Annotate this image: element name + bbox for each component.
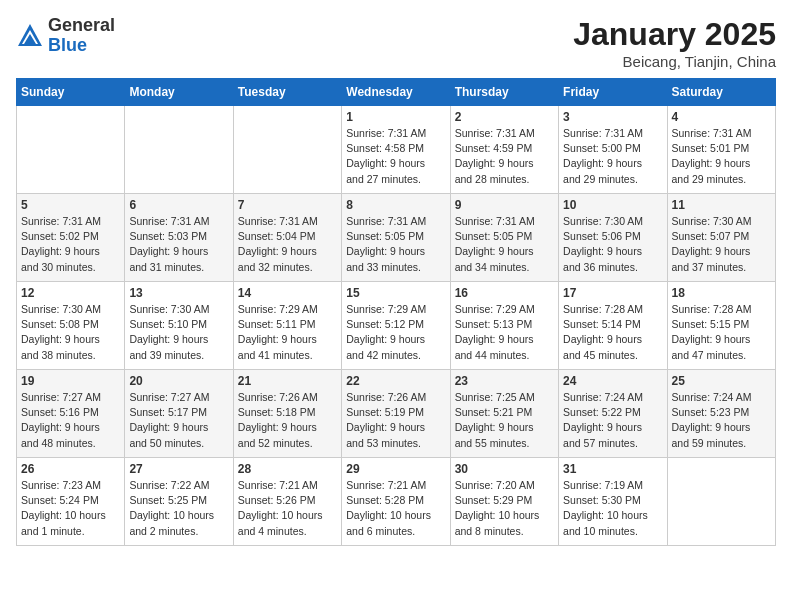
title-block: January 2025 Beicang, Tianjin, China xyxy=(573,16,776,70)
calendar-cell: 13Sunrise: 7:30 AM Sunset: 5:10 PM Dayli… xyxy=(125,282,233,370)
day-number: 6 xyxy=(129,198,228,212)
day-number: 5 xyxy=(21,198,120,212)
day-info: Sunrise: 7:31 AM Sunset: 5:03 PM Dayligh… xyxy=(129,214,228,275)
day-info: Sunrise: 7:30 AM Sunset: 5:08 PM Dayligh… xyxy=(21,302,120,363)
day-info: Sunrise: 7:31 AM Sunset: 5:05 PM Dayligh… xyxy=(455,214,554,275)
day-info: Sunrise: 7:24 AM Sunset: 5:23 PM Dayligh… xyxy=(672,390,771,451)
calendar-cell: 8Sunrise: 7:31 AM Sunset: 5:05 PM Daylig… xyxy=(342,194,450,282)
day-info: Sunrise: 7:30 AM Sunset: 5:10 PM Dayligh… xyxy=(129,302,228,363)
day-number: 4 xyxy=(672,110,771,124)
day-number: 27 xyxy=(129,462,228,476)
day-number: 20 xyxy=(129,374,228,388)
day-number: 9 xyxy=(455,198,554,212)
calendar-cell: 1Sunrise: 7:31 AM Sunset: 4:58 PM Daylig… xyxy=(342,106,450,194)
calendar-cell xyxy=(17,106,125,194)
day-number: 23 xyxy=(455,374,554,388)
col-header-monday: Monday xyxy=(125,79,233,106)
calendar-cell: 27Sunrise: 7:22 AM Sunset: 5:25 PM Dayli… xyxy=(125,458,233,546)
day-number: 25 xyxy=(672,374,771,388)
day-number: 28 xyxy=(238,462,337,476)
logo-icon xyxy=(16,22,44,50)
logo-general-text: General xyxy=(48,15,115,35)
calendar-cell: 14Sunrise: 7:29 AM Sunset: 5:11 PM Dayli… xyxy=(233,282,341,370)
col-header-sunday: Sunday xyxy=(17,79,125,106)
calendar-cell: 29Sunrise: 7:21 AM Sunset: 5:28 PM Dayli… xyxy=(342,458,450,546)
day-info: Sunrise: 7:23 AM Sunset: 5:24 PM Dayligh… xyxy=(21,478,120,539)
day-info: Sunrise: 7:22 AM Sunset: 5:25 PM Dayligh… xyxy=(129,478,228,539)
calendar-cell xyxy=(667,458,775,546)
day-number: 22 xyxy=(346,374,445,388)
col-header-friday: Friday xyxy=(559,79,667,106)
day-info: Sunrise: 7:29 AM Sunset: 5:11 PM Dayligh… xyxy=(238,302,337,363)
day-info: Sunrise: 7:26 AM Sunset: 5:19 PM Dayligh… xyxy=(346,390,445,451)
day-number: 15 xyxy=(346,286,445,300)
day-info: Sunrise: 7:24 AM Sunset: 5:22 PM Dayligh… xyxy=(563,390,662,451)
col-header-wednesday: Wednesday xyxy=(342,79,450,106)
calendar-title: January 2025 xyxy=(573,16,776,53)
day-number: 30 xyxy=(455,462,554,476)
day-number: 3 xyxy=(563,110,662,124)
calendar-cell: 18Sunrise: 7:28 AM Sunset: 5:15 PM Dayli… xyxy=(667,282,775,370)
day-number: 17 xyxy=(563,286,662,300)
calendar-cell: 7Sunrise: 7:31 AM Sunset: 5:04 PM Daylig… xyxy=(233,194,341,282)
day-number: 29 xyxy=(346,462,445,476)
calendar-cell xyxy=(233,106,341,194)
calendar-cell: 19Sunrise: 7:27 AM Sunset: 5:16 PM Dayli… xyxy=(17,370,125,458)
day-number: 12 xyxy=(21,286,120,300)
day-number: 13 xyxy=(129,286,228,300)
day-info: Sunrise: 7:28 AM Sunset: 5:15 PM Dayligh… xyxy=(672,302,771,363)
day-info: Sunrise: 7:20 AM Sunset: 5:29 PM Dayligh… xyxy=(455,478,554,539)
calendar-cell: 12Sunrise: 7:30 AM Sunset: 5:08 PM Dayli… xyxy=(17,282,125,370)
calendar-cell: 9Sunrise: 7:31 AM Sunset: 5:05 PM Daylig… xyxy=(450,194,558,282)
day-info: Sunrise: 7:31 AM Sunset: 4:59 PM Dayligh… xyxy=(455,126,554,187)
col-header-tuesday: Tuesday xyxy=(233,79,341,106)
day-number: 8 xyxy=(346,198,445,212)
calendar-cell: 11Sunrise: 7:30 AM Sunset: 5:07 PM Dayli… xyxy=(667,194,775,282)
day-number: 24 xyxy=(563,374,662,388)
calendar-cell: 21Sunrise: 7:26 AM Sunset: 5:18 PM Dayli… xyxy=(233,370,341,458)
calendar-cell xyxy=(125,106,233,194)
calendar-cell: 15Sunrise: 7:29 AM Sunset: 5:12 PM Dayli… xyxy=(342,282,450,370)
day-info: Sunrise: 7:30 AM Sunset: 5:07 PM Dayligh… xyxy=(672,214,771,275)
day-info: Sunrise: 7:31 AM Sunset: 5:04 PM Dayligh… xyxy=(238,214,337,275)
calendar-cell: 3Sunrise: 7:31 AM Sunset: 5:00 PM Daylig… xyxy=(559,106,667,194)
calendar-cell: 28Sunrise: 7:21 AM Sunset: 5:26 PM Dayli… xyxy=(233,458,341,546)
calendar-cell: 4Sunrise: 7:31 AM Sunset: 5:01 PM Daylig… xyxy=(667,106,775,194)
day-info: Sunrise: 7:27 AM Sunset: 5:16 PM Dayligh… xyxy=(21,390,120,451)
day-number: 19 xyxy=(21,374,120,388)
day-info: Sunrise: 7:26 AM Sunset: 5:18 PM Dayligh… xyxy=(238,390,337,451)
logo-blue-text: Blue xyxy=(48,35,87,55)
calendar-cell: 5Sunrise: 7:31 AM Sunset: 5:02 PM Daylig… xyxy=(17,194,125,282)
day-number: 7 xyxy=(238,198,337,212)
day-info: Sunrise: 7:31 AM Sunset: 5:00 PM Dayligh… xyxy=(563,126,662,187)
day-number: 14 xyxy=(238,286,337,300)
day-info: Sunrise: 7:19 AM Sunset: 5:30 PM Dayligh… xyxy=(563,478,662,539)
day-number: 2 xyxy=(455,110,554,124)
day-info: Sunrise: 7:29 AM Sunset: 5:12 PM Dayligh… xyxy=(346,302,445,363)
day-info: Sunrise: 7:30 AM Sunset: 5:06 PM Dayligh… xyxy=(563,214,662,275)
day-info: Sunrise: 7:21 AM Sunset: 5:26 PM Dayligh… xyxy=(238,478,337,539)
col-header-thursday: Thursday xyxy=(450,79,558,106)
day-number: 18 xyxy=(672,286,771,300)
day-number: 10 xyxy=(563,198,662,212)
calendar-cell: 10Sunrise: 7:30 AM Sunset: 5:06 PM Dayli… xyxy=(559,194,667,282)
page-header: General Blue January 2025 Beicang, Tianj… xyxy=(16,16,776,70)
day-info: Sunrise: 7:21 AM Sunset: 5:28 PM Dayligh… xyxy=(346,478,445,539)
logo: General Blue xyxy=(16,16,115,56)
calendar-table: SundayMondayTuesdayWednesdayThursdayFrid… xyxy=(16,78,776,546)
day-info: Sunrise: 7:31 AM Sunset: 4:58 PM Dayligh… xyxy=(346,126,445,187)
calendar-cell: 17Sunrise: 7:28 AM Sunset: 5:14 PM Dayli… xyxy=(559,282,667,370)
calendar-cell: 25Sunrise: 7:24 AM Sunset: 5:23 PM Dayli… xyxy=(667,370,775,458)
day-number: 31 xyxy=(563,462,662,476)
day-info: Sunrise: 7:28 AM Sunset: 5:14 PM Dayligh… xyxy=(563,302,662,363)
day-number: 1 xyxy=(346,110,445,124)
calendar-cell: 30Sunrise: 7:20 AM Sunset: 5:29 PM Dayli… xyxy=(450,458,558,546)
day-number: 26 xyxy=(21,462,120,476)
calendar-cell: 16Sunrise: 7:29 AM Sunset: 5:13 PM Dayli… xyxy=(450,282,558,370)
calendar-cell: 24Sunrise: 7:24 AM Sunset: 5:22 PM Dayli… xyxy=(559,370,667,458)
col-header-saturday: Saturday xyxy=(667,79,775,106)
day-info: Sunrise: 7:27 AM Sunset: 5:17 PM Dayligh… xyxy=(129,390,228,451)
day-number: 11 xyxy=(672,198,771,212)
calendar-cell: 23Sunrise: 7:25 AM Sunset: 5:21 PM Dayli… xyxy=(450,370,558,458)
calendar-subtitle: Beicang, Tianjin, China xyxy=(573,53,776,70)
